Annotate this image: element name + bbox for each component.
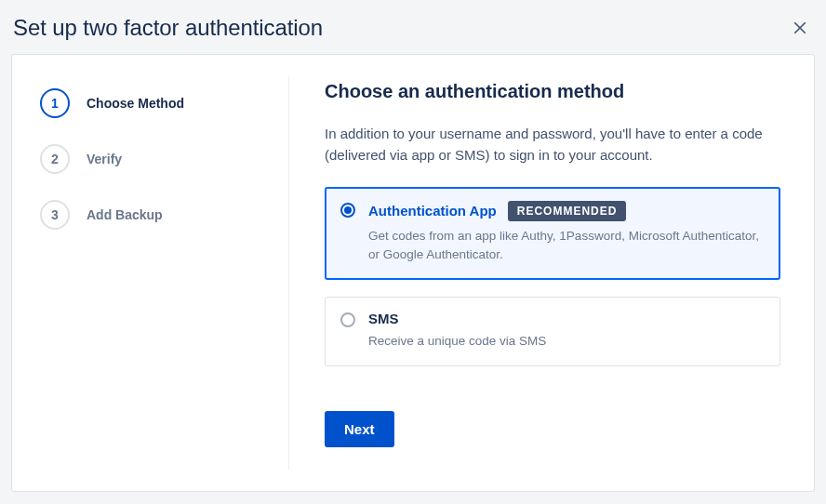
content-pane: Choose an authentication method In addit… (289, 76, 814, 470)
option-description: Get codes from an app like Authy, 1Passw… (368, 227, 765, 265)
dialog-title: Set up two factor authentication (13, 15, 323, 41)
step-verify[interactable]: 2 Verify (40, 137, 260, 181)
step-label: Add Backup (87, 207, 163, 222)
step-number: 2 (40, 144, 70, 174)
option-body: Authentication App RECOMMENDED Get codes… (368, 201, 765, 265)
option-title-row: Authentication App RECOMMENDED (368, 201, 765, 221)
radio-icon (340, 203, 355, 218)
option-title-row: SMS (368, 311, 765, 326)
setup-card: 1 Choose Method 2 Verify 3 Add Backup Ch… (11, 54, 815, 492)
option-authentication-app[interactable]: Authentication App RECOMMENDED Get codes… (325, 187, 780, 281)
close-icon (792, 20, 808, 36)
option-description: Receive a unique code via SMS (368, 332, 765, 351)
close-button[interactable] (785, 13, 815, 43)
content-description: In addition to your username and passwor… (325, 123, 780, 166)
next-button[interactable]: Next (325, 411, 394, 447)
option-body: SMS Receive a unique code via SMS (368, 311, 765, 351)
actions: Next (325, 411, 780, 447)
option-title: Authentication App (368, 203, 497, 219)
radio-icon (340, 312, 355, 327)
step-label: Choose Method (87, 96, 184, 111)
step-label: Verify (87, 152, 122, 166)
content-title: Choose an authentication method (325, 81, 780, 102)
step-number: 1 (40, 88, 70, 118)
step-number: 3 (40, 200, 70, 230)
recommended-badge: RECOMMENDED (508, 201, 627, 221)
dialog-header: Set up two factor authentication (0, 0, 826, 54)
step-add-backup[interactable]: 3 Add Backup (40, 192, 260, 237)
step-list: 1 Choose Method 2 Verify 3 Add Backup (12, 76, 289, 470)
option-title: SMS (368, 311, 399, 326)
step-choose-method[interactable]: 1 Choose Method (40, 81, 260, 126)
option-sms[interactable]: SMS Receive a unique code via SMS (325, 297, 780, 366)
